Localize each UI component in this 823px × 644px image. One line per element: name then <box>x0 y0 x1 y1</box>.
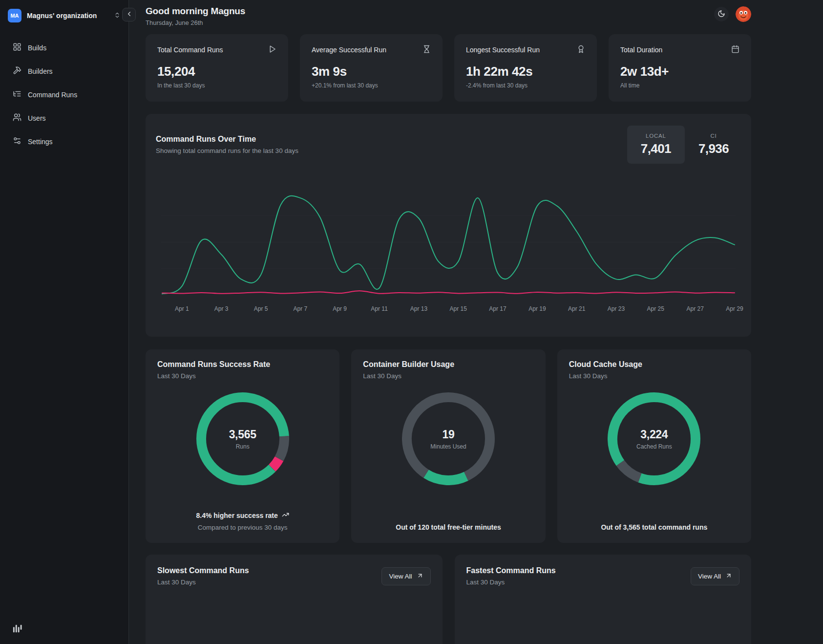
bottom-cards-row: Slowest Command Runs Last 30 Days View A… <box>146 555 751 644</box>
hourglass-icon <box>422 45 431 55</box>
x-axis-tick: Apr 15 <box>450 305 467 312</box>
toggle-label: LOCAL <box>646 133 666 139</box>
x-axis-tick: Apr 29 <box>726 305 743 312</box>
sidebar-nav: Builds Builders Command Runs Users Setti… <box>0 31 128 158</box>
card-title: Command Runs Success Rate <box>157 360 328 369</box>
arrow-up-right-icon <box>725 572 732 580</box>
sidebar: MA Magnus' organization Builds Builders … <box>0 0 129 644</box>
donut-cards-row: Command Runs Success Rate Last 30 Days 3… <box>146 349 751 543</box>
view-all-label: View All <box>698 573 721 580</box>
x-axis-tick: Apr 7 <box>294 305 308 312</box>
card-title: Container Builder Usage <box>363 360 533 369</box>
stat-cards-row: Total Command Runs 15,204 In the last 30… <box>146 34 751 102</box>
sidebar-item-builds[interactable]: Builds <box>6 38 123 57</box>
donut-footer-main: 8.4% higher success rate <box>196 512 278 519</box>
chart-series-toggles: LOCAL 7,401 CI 7,936 <box>627 126 742 164</box>
toggle-value: 7,401 <box>641 141 671 156</box>
chart-subtitle: Showing total command runs for the last … <box>156 147 298 154</box>
stat-card-title: Average Successful Run <box>312 46 386 54</box>
card-subtitle: Last 30 Days <box>157 372 328 380</box>
users-icon <box>13 113 21 123</box>
x-axis-tick: Apr 25 <box>647 305 665 312</box>
sidebar-item-users[interactable]: Users <box>6 108 123 128</box>
chevrons-up-down-icon <box>114 12 121 20</box>
cloud-cache-usage-card: Cloud Cache Usage Last 30 Days 3,224 Cac… <box>557 349 751 543</box>
sidebar-item-label: Command Runs <box>28 91 77 99</box>
sidebar-collapse-button[interactable] <box>122 8 136 21</box>
command-runs-icon <box>13 89 21 100</box>
line-chart: Apr 1Apr 3Apr 5Apr 7Apr 9Apr 11Apr 13Apr… <box>161 177 736 315</box>
card-subtitle: Last 30 Days <box>466 579 556 586</box>
trending-up-icon <box>282 511 289 520</box>
user-avatar[interactable] <box>736 6 751 22</box>
card-title: Slowest Command Runs <box>157 566 249 575</box>
stat-card-value: 15,204 <box>157 64 276 79</box>
sidebar-item-builders[interactable]: Builders <box>6 62 123 81</box>
arrow-up-right-icon <box>417 572 423 580</box>
donut-footer-sub: Compared to previous 30 days <box>157 524 328 531</box>
org-switcher[interactable]: MA Magnus' organization <box>0 0 128 31</box>
ci-series-line <box>162 291 735 294</box>
x-axis-tick: Apr 11 <box>371 305 388 312</box>
page-date: Thursday, June 26th <box>146 19 245 26</box>
local-series-line <box>162 196 735 294</box>
stat-card-title: Total Duration <box>620 46 662 54</box>
sidebar-item-command-runs[interactable]: Command Runs <box>6 85 123 104</box>
chevron-left-icon <box>126 10 133 19</box>
card-subtitle: Last 30 Days <box>157 579 249 586</box>
command-runs-success-rate-card: Command Runs Success Rate Last 30 Days 3… <box>146 349 339 543</box>
page-title: Good morning Magnus <box>146 6 245 17</box>
x-axis-tick: Apr 1 <box>175 305 189 312</box>
stat-card-subtext: +20.1% from last 30 days <box>312 82 431 89</box>
card-subtitle: Last 30 Days <box>569 372 739 380</box>
card-subtitle: Last 30 Days <box>363 372 533 380</box>
stat-card-subtext: In the last 30 days <box>157 82 276 89</box>
card-title: Cloud Cache Usage <box>569 360 739 369</box>
main-content: Good morning Magnus Thursday, June 26th … <box>129 0 823 644</box>
depot-logo <box>0 615 128 644</box>
builders-icon <box>13 66 21 76</box>
container-builder-usage-card: Container Builder Usage Last 30 Days 19 … <box>351 349 545 543</box>
stat-card-title: Longest Successful Run <box>466 46 540 54</box>
x-axis-tick: Apr 27 <box>687 305 704 312</box>
view-all-slowest-button[interactable]: View All <box>381 567 430 585</box>
calendar-icon <box>731 45 739 55</box>
stat-card-value: 1h 22m 42s <box>466 64 585 79</box>
stat-card-value: 3m 9s <box>312 64 431 79</box>
view-all-fastest-button[interactable]: View All <box>691 567 739 585</box>
sidebar-item-label: Builders <box>28 67 53 75</box>
x-axis-tick: Apr 19 <box>528 305 546 312</box>
stat-card-average-successful-run: Average Successful Run 3m 9s +20.1% from… <box>300 34 443 102</box>
settings-icon <box>13 136 21 147</box>
card-title: Fastest Command Runs <box>466 566 556 575</box>
toggle-ci-series[interactable]: CI 7,936 <box>685 126 742 164</box>
sidebar-item-settings[interactable]: Settings <box>6 132 123 151</box>
x-axis-tick: Apr 23 <box>608 305 625 312</box>
moon-icon <box>717 10 725 19</box>
toggle-label: CI <box>710 133 717 139</box>
toggle-value: 7,936 <box>698 141 729 156</box>
toggle-local-series[interactable]: LOCAL 7,401 <box>627 126 685 164</box>
stat-card-longest-successful-run: Longest Successful Run 1h 22m 42s -2.4% … <box>454 34 597 102</box>
x-axis-tick: Apr 5 <box>254 305 268 312</box>
chart-title: Command Runs Over Time <box>156 135 298 144</box>
org-avatar: MA <box>8 9 21 22</box>
builds-icon <box>13 43 21 53</box>
donut-chart <box>196 392 289 485</box>
fastest-command-runs-card: Fastest Command Runs Last 30 Days View A… <box>455 555 752 644</box>
stat-card-subtext: All time <box>620 82 739 89</box>
theme-toggle-button[interactable] <box>714 7 729 21</box>
line-chart-area: Apr 1Apr 3Apr 5Apr 7Apr 9Apr 11Apr 13Apr… <box>161 177 736 315</box>
donut-chart <box>402 392 495 485</box>
slowest-command-runs-card: Slowest Command Runs Last 30 Days View A… <box>146 555 443 644</box>
x-axis-tick: Apr 17 <box>489 305 506 312</box>
x-axis-tick: Apr 3 <box>214 305 229 312</box>
command-runs-over-time-card: Command Runs Over Time Showing total com… <box>146 114 751 337</box>
donut-footer-main: Out of 3,565 total command runs <box>601 523 707 531</box>
stat-card-subtext: -2.4% from last 30 days <box>466 82 585 89</box>
page-header: Good morning Magnus Thursday, June 26th <box>146 6 751 26</box>
x-axis-tick: Apr 21 <box>568 305 586 312</box>
donut-footer-main: Out of 120 total free-tier minutes <box>396 523 501 531</box>
sidebar-item-label: Settings <box>28 138 53 146</box>
stat-card-title: Total Command Runs <box>157 46 223 54</box>
